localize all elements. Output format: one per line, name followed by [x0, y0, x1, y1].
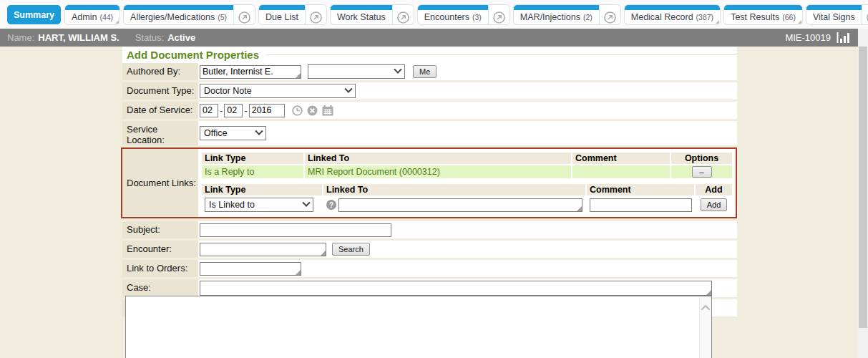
- document-body-textarea[interactable]: [125, 296, 712, 358]
- tab-mar-injections[interactable]: MAR/Injections(2): [514, 5, 620, 24]
- status-label: Status:: [135, 32, 164, 43]
- clock-icon[interactable]: [292, 105, 303, 116]
- date-day-input[interactable]: [224, 104, 243, 117]
- tab-label: Due List: [259, 10, 305, 24]
- tab-menu-fold-icon: [798, 20, 801, 24]
- patient-status: Active: [167, 32, 195, 43]
- patient-name: HART, WILLIAM S.: [38, 32, 119, 43]
- document-type-select[interactable]: Doctor Note: [200, 84, 356, 98]
- tab-label: Work Status: [331, 10, 392, 24]
- tab-menu-fold-icon: [716, 20, 719, 24]
- tab-count: (44): [99, 13, 113, 21]
- link-comment-input[interactable]: [590, 198, 692, 212]
- tab-popout-button[interactable]: [862, 5, 868, 24]
- popout-icon: [238, 11, 250, 24]
- encounter-search-button[interactable]: Search: [332, 243, 370, 256]
- help-icon[interactable]: ?: [326, 200, 336, 210]
- col-link-type: Link Type: [202, 184, 322, 195]
- linked-to-input[interactable]: [338, 198, 582, 212]
- service-location-row: Service Location: Office: [122, 121, 737, 145]
- add-link-button[interactable]: Add: [701, 198, 728, 211]
- col-linked-to: Linked To: [305, 153, 571, 164]
- tab-encounters[interactable]: Encounters(3): [418, 5, 509, 24]
- date-year-input[interactable]: [249, 104, 285, 117]
- textarea-scrollbar[interactable]: [699, 296, 711, 358]
- page-scrollbar[interactable]: [858, 29, 868, 358]
- authored-by-select[interactable]: [308, 64, 405, 79]
- case-row: Case:: [122, 279, 737, 297]
- service-location-select[interactable]: Office: [200, 126, 266, 140]
- tab-label: Summary: [7, 5, 61, 24]
- system-id: MIE-10019: [785, 32, 831, 43]
- tab-work-status[interactable]: Work Status: [331, 5, 414, 24]
- col-options: Options: [671, 153, 732, 164]
- authored-by-input[interactable]: [200, 65, 301, 79]
- case-input[interactable]: [200, 281, 712, 296]
- chevron-down-icon: [255, 127, 263, 135]
- chevron-down-icon: [302, 199, 310, 207]
- col-comment: Comment: [587, 184, 694, 195]
- scroll-up-icon[interactable]: [701, 304, 711, 311]
- tab-popout-button[interactable]: [233, 5, 255, 24]
- tab-due-list[interactable]: Due List: [259, 5, 326, 24]
- link-type-value: Is a Reply to: [202, 165, 303, 178]
- tab-label: Admin(44): [65, 10, 120, 24]
- tab-count: (3): [472, 13, 482, 21]
- service-location-label: Service Location:: [122, 121, 198, 145]
- existing-links-table: Link Type Linked To Comment Options Is a…: [200, 151, 733, 180]
- subject-row: Subject:: [122, 221, 737, 238]
- link-row: Is a Reply to MRI Report Document (00003…: [202, 165, 732, 178]
- popout-icon: [493, 11, 505, 24]
- calendar-icon[interactable]: [322, 105, 333, 116]
- document-type-label: Document Type:: [122, 82, 198, 100]
- tab-label: Allergies/Medications(5): [124, 10, 233, 24]
- tab-bar: SummaryAdmin(44)Allergies/Medications(5)…: [0, 0, 868, 29]
- form-title-row: Add Document Properties: [122, 47, 737, 63]
- subject-input[interactable]: [200, 223, 391, 237]
- page-title: Add Document Properties: [127, 49, 259, 61]
- document-links-label: Document Links:: [122, 149, 198, 217]
- col-link-type: Link Type: [202, 153, 303, 164]
- new-link-table: Link Type Linked To Comment Add Is Linke…: [200, 183, 733, 214]
- popout-icon: [310, 11, 322, 24]
- tab-allergies-medications[interactable]: Allergies/Medications(5): [124, 5, 255, 24]
- authored-by-row: Authored By: Me: [122, 63, 737, 80]
- chevron-down-icon: [394, 66, 401, 74]
- link-to-orders-input[interactable]: [200, 262, 301, 276]
- me-button[interactable]: Me: [413, 65, 437, 78]
- tab-medical-record[interactable]: Medical Record(387): [625, 5, 720, 24]
- patient-bar: Name: HART, WILLIAM S. Status: Active MI…: [0, 29, 858, 47]
- encounter-input[interactable]: [200, 243, 326, 256]
- tab-popout-button[interactable]: [392, 5, 414, 24]
- tab-menu-fold-icon: [115, 20, 119, 24]
- linked-to-value[interactable]: MRI Report Document (0000312): [305, 165, 571, 178]
- tab-label: Test Results(66): [724, 10, 802, 24]
- content-area: Add Document Properties Authored By: Me …: [0, 47, 858, 358]
- page-scrollbar-thumb[interactable]: [859, 47, 867, 328]
- clear-date-icon[interactable]: [307, 105, 318, 116]
- tab-count: (66): [782, 13, 796, 21]
- tab-summary[interactable]: Summary: [7, 5, 61, 24]
- date-month-input[interactable]: [200, 104, 218, 117]
- link-to-orders-row: Link to Orders:: [122, 260, 737, 277]
- link-comment-value: [572, 165, 670, 178]
- link-type-select[interactable]: Is Linked to: [205, 198, 313, 212]
- tab-admin[interactable]: Admin(44): [65, 5, 120, 24]
- bar-chart-icon[interactable]: [837, 32, 851, 43]
- tab-popout-button[interactable]: [488, 5, 509, 24]
- popout-icon: [397, 11, 409, 24]
- tab-vital-signs[interactable]: Vital Signs: [806, 5, 868, 24]
- col-add: Add: [696, 184, 732, 195]
- tab-label: Encounters(3): [418, 10, 488, 24]
- remove-link-button[interactable]: –: [692, 166, 712, 178]
- tab-count: (5): [218, 13, 227, 21]
- tab-popout-button[interactable]: [305, 5, 326, 24]
- name-label: Name:: [7, 32, 34, 43]
- encounter-row: Encounter: Search: [122, 241, 737, 258]
- tab-popout-button[interactable]: [599, 5, 620, 24]
- case-label: Case:: [122, 279, 198, 297]
- tab-label: Medical Record(387): [625, 10, 720, 24]
- tab-test-results[interactable]: Test Results(66): [724, 5, 802, 24]
- document-type-row: Document Type: Doctor Note: [122, 82, 737, 100]
- date-of-service-label: Date of Service:: [122, 102, 198, 119]
